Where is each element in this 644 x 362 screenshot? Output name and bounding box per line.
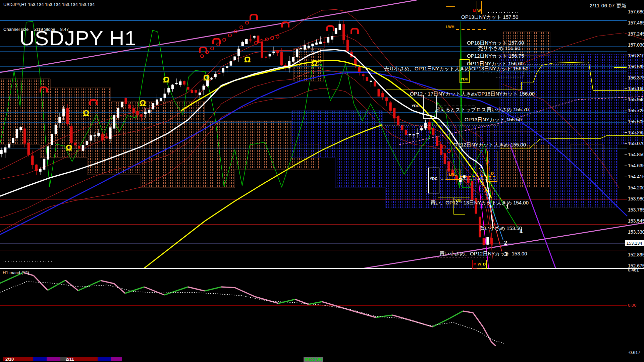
session-segment: [47, 357, 60, 361]
tick-mark: [625, 266, 627, 266]
sell-signal-icon: [199, 47, 207, 53]
price-tick: 155.940: [628, 97, 644, 102]
box-ydc-label: YDC: [430, 177, 437, 181]
buy-signal-icon: Ω: [203, 74, 210, 81]
box-d-label: D: [491, 171, 494, 175]
box-ydo[interactable]: YDO: [423, 95, 437, 119]
price-tick: 157.245: [628, 31, 644, 37]
box-ydc[interactable]: YDC: [428, 168, 439, 193]
tick-mark: [625, 143, 627, 144]
annotation-label[interactable]: OP12日NYカット大きめ 155.00: [453, 142, 526, 148]
tick-mark: [625, 12, 627, 12]
tick-mark: [625, 221, 627, 221]
box-d-bot[interactable]: D: [482, 260, 487, 269]
annotation-label[interactable]: OP12日NYカット 156.75: [467, 53, 524, 59]
tick-mark: [625, 23, 627, 23]
box-ydo-label: YDO: [412, 104, 420, 108]
annotation-label[interactable]: 売り小さめ 156.90: [478, 45, 520, 52]
box-d[interactable]: D: [487, 151, 497, 182]
axis-separator: [627, 0, 627, 356]
sell-signal-icon: [212, 38, 221, 44]
price-tick: 154.415: [628, 174, 644, 179]
tick-mark: [625, 45, 627, 45]
session-segment: [33, 357, 47, 361]
dot-signal-icon: [254, 41, 258, 45]
price-tick: 153.545: [628, 218, 644, 224]
box-lwl-label: LWL: [449, 172, 457, 176]
box-d-bot-label: D: [483, 262, 486, 266]
macd-axis-label: 0.00: [628, 303, 636, 308]
annotation-label[interactable]: 売り小さめ、OP11日NYカット大きめ/OP13日NYカット 156.50: [384, 66, 528, 72]
price-tick: 153.765: [628, 207, 644, 213]
price-tick: 155.725: [628, 108, 644, 113]
dot-signal-icon: [276, 35, 279, 39]
box-w-bot[interactable]: W: [477, 260, 482, 269]
box-w-top[interactable]: W: [477, 1, 482, 14]
tick-mark: [625, 100, 627, 100]
price-tick: 157.465: [628, 20, 644, 25]
dot-signal-icon: [210, 47, 214, 50]
price-tick: 156.810: [628, 53, 644, 58]
annotation-label[interactable]: OP12・17日NYカット大きめ/OP18日NYカット 156.00: [410, 91, 535, 97]
macd-axis-label: -0.617: [628, 350, 640, 355]
dot-signal-icon: [437, 141, 441, 144]
dot-signal-icon: [239, 25, 243, 29]
box-m-top[interactable]: M: [472, 1, 477, 14]
count-marker: 2: [504, 240, 507, 246]
session-segment: [111, 357, 122, 361]
price-tick: 153.980: [628, 196, 644, 201]
date-label: 2/11: [66, 357, 74, 362]
channel-info-label: Channel size = 5119 Slope = 8.47: [3, 27, 69, 32]
title-bar-text: USDJPY,H1 153.134 153.134 153.134 153.13…: [3, 2, 95, 7]
pane-separator[interactable]: [0, 268, 644, 269]
price-tick: 154.200: [628, 185, 644, 190]
box-m-top-label: M: [473, 9, 476, 13]
macd-lines: [0, 273, 627, 346]
dot-signal-icon: [265, 38, 269, 41]
macd-chart[interactable]: [0, 268, 644, 355]
annotation-label[interactable]: 買い、OP12・13日NYカット大きめ 154.00: [430, 200, 529, 206]
date-label: 2/10: [5, 357, 14, 362]
tick-mark: [625, 166, 627, 166]
sell-signal-icon: [89, 99, 98, 105]
tick-mark: [625, 56, 627, 56]
tick-mark: [625, 78, 627, 78]
box-ydh-label: YDH: [461, 77, 468, 81]
tick-mark: [625, 255, 627, 255]
dot-signal-icon: [234, 29, 237, 33]
box-lwh[interactable]: LWH: [446, 6, 455, 30]
dot-signal-icon: [442, 145, 446, 148]
box-lwh-label: LWH: [446, 25, 454, 29]
buy-signal-icon: Ω: [140, 100, 146, 107]
tick-mark: [625, 155, 627, 155]
tick-mark: [625, 132, 627, 133]
annotation-label[interactable]: 超えるとストップロス買い小さめ 155.70: [435, 107, 529, 113]
dot-signal-icon: [222, 38, 226, 42]
price-tick: 154.850: [628, 152, 644, 157]
macd-on-button[interactable]: macd ON: [304, 357, 323, 362]
annotation-label[interactable]: 買い小さめ 153.50: [480, 225, 522, 232]
price-tick: 154.635: [628, 163, 644, 168]
buy-signal-icon: Ω: [66, 144, 72, 151]
annotation-label[interactable]: OP13日NYカット 155.50: [465, 117, 522, 123]
price-tick: 156.595: [628, 64, 644, 69]
annotation-label[interactable]: OP13日NYカット 157.50: [461, 14, 518, 20]
annotation-label[interactable]: 買い小さめ、OP12日NYカット 153.00: [439, 251, 527, 257]
dot-signal-icon: [260, 39, 263, 43]
price-tick: 157.680: [628, 9, 644, 14]
dot-signal-icon: [447, 149, 451, 153]
macd-axis-label: 0.461: [628, 267, 639, 273]
box-m-bot-label: M: [473, 262, 476, 266]
sell-signal-icon: [250, 14, 258, 20]
count-marker: 4: [520, 229, 523, 235]
count-marker: 1: [506, 204, 509, 210]
sell-signal-icon: [351, 28, 359, 34]
price-tick: 156.375: [628, 75, 644, 80]
tick-mark: [625, 199, 627, 199]
buy-signal-icon: Ω: [83, 110, 89, 117]
buy-signal-icon: Ω: [311, 60, 318, 66]
box-lwl[interactable]: LWL: [446, 170, 461, 180]
sell-signal-icon: [40, 86, 48, 93]
box-m-bot[interactable]: M: [472, 260, 477, 269]
tick-mark: [625, 210, 627, 210]
